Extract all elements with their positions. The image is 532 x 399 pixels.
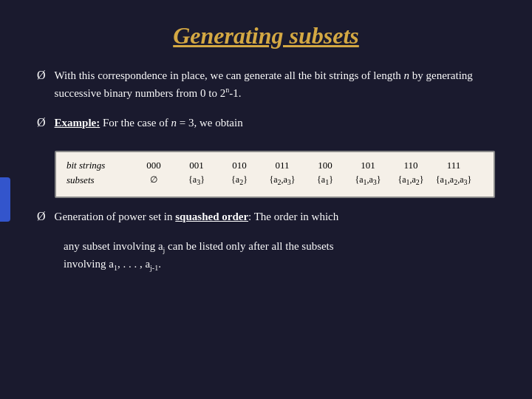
bullet-text-2: Example: For the case of n = 3, we obtai…	[55, 115, 243, 132]
bit-cell-3: 011	[262, 160, 303, 171]
bit-strings-cells: 000 001 010 011 100 101 110 111	[133, 160, 474, 171]
bullet-item-1: Ø With this correspondence in place, we …	[37, 67, 495, 101]
subset-cell-6: {a1,a2}	[390, 174, 432, 186]
superscript-n: n	[225, 86, 229, 94]
bullet-text-3: Generation of power set in squashed orde…	[55, 208, 339, 225]
subset-cell-4: {a1}	[304, 174, 346, 186]
subset-cell-7: {a1,a2,a3}	[433, 174, 474, 186]
bit-cell-5: 101	[347, 160, 389, 171]
bit-cell-7: 111	[433, 160, 474, 171]
var-n-2: n	[171, 117, 177, 129]
example-label: Example:	[55, 117, 100, 129]
subset-cell-2: {a2}	[219, 174, 260, 186]
bullet-arrow-2: Ø	[37, 116, 46, 129]
bullet-text-1: With this correspondence in place, we ca…	[55, 67, 495, 101]
var-n-1: n	[404, 69, 410, 81]
subset-cell-0: ∅	[133, 174, 174, 186]
bit-cell-1: 001	[176, 160, 217, 171]
bit-cell-2: 010	[219, 160, 260, 171]
bit-cell-0: 000	[133, 160, 174, 171]
bit-cell-6: 110	[390, 160, 432, 171]
subset-cell-5: {a1,a3}	[347, 174, 389, 186]
blue-dot-decoration	[0, 177, 10, 222]
subsets-label: subsets	[66, 174, 133, 186]
bullet-item-2: Ø Example: For the case of n = 3, we obt…	[37, 115, 495, 132]
power-set-line-2: any subset involving aj can be listed on…	[55, 238, 495, 256]
subset-cell-3: {a2,a3}	[262, 174, 303, 186]
slide-container: Generating subsets Ø With this correspon…	[0, 0, 532, 399]
subscript-1: 1	[114, 264, 117, 272]
subscript-j: j	[163, 246, 166, 254]
bit-strings-row: bit strings 000 001 010 011 100 101 110 …	[66, 160, 483, 171]
bullet-arrow-1: Ø	[37, 69, 46, 82]
bit-cell-4: 100	[304, 160, 346, 171]
bullet-item-3: Ø Generation of power set in squashed or…	[37, 208, 495, 225]
subsets-row: subsets ∅ {a3} {a2} {a2,a3} {a1} {a1,a3}…	[66, 174, 483, 186]
page-title: Generating subsets	[37, 22, 495, 50]
bit-strings-label: bit strings	[66, 160, 133, 171]
subscript-j-1: j-1	[150, 264, 158, 272]
bullet-arrow-3: Ø	[37, 210, 46, 223]
subset-cell-1: {a3}	[176, 174, 217, 186]
subset-cells: ∅ {a3} {a2} {a2,a3} {a1} {a1,a3} {a1,a2}…	[133, 174, 474, 186]
squashed-order-label: squashed order	[175, 211, 248, 222]
subset-table: bit strings 000 001 010 011 100 101 110 …	[55, 151, 495, 198]
power-set-line-3: involving a1, . . . , aj-1.	[55, 256, 495, 273]
